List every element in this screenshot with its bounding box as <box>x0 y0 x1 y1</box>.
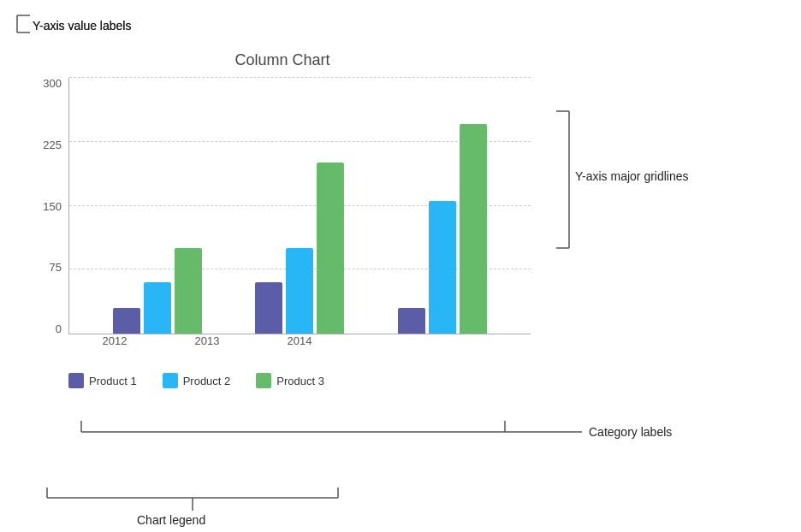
chart-inner: 300 225 150 75 0 <box>34 78 531 334</box>
y-axis-label-annotation-text: Y-axis value labels <box>33 19 131 33</box>
x-label-2012: 2012 <box>68 334 161 347</box>
legend-item-product2: Product 2 <box>163 373 231 388</box>
category-labels-annotation: Category labels <box>589 425 672 439</box>
legend-label-product1: Product 1 <box>89 375 137 387</box>
y-label-0: 0 <box>56 323 62 334</box>
plot-area <box>68 78 531 334</box>
legend-item-product3: Product 3 <box>256 373 324 388</box>
bar-2014-product3 <box>460 124 487 334</box>
x-axis-labels: 2012 2013 2014 <box>68 334 531 347</box>
y-axis-gridlines-annotation: Y-axis major gridlines <box>575 169 689 183</box>
y-axis-area: 300 225 150 75 0 <box>34 78 68 334</box>
bar-2012-product3 <box>175 248 202 334</box>
y-label-150: 150 <box>43 201 62 212</box>
x-label-2013: 2013 <box>161 334 253 347</box>
bar-group-2013 <box>255 163 344 334</box>
y-label-225: 225 <box>43 139 62 151</box>
legend-swatch-product3 <box>256 373 271 388</box>
x-label-2014: 2014 <box>253 334 346 347</box>
bar-2013-product3 <box>317 163 344 334</box>
chart-legend: Product 1 Product 2 Product 3 <box>68 373 531 388</box>
bar-2012-product1 <box>113 308 140 334</box>
bar-group-2012 <box>113 248 202 334</box>
bar-2014-product2 <box>429 201 456 334</box>
legend-label-product2: Product 2 <box>183 375 231 387</box>
bar-group-2014 <box>398 124 487 334</box>
legend-swatch-product2 <box>163 373 178 388</box>
page-container: Y-axis value labels Y-axis value labels … <box>0 0 801 532</box>
y-label-75: 75 <box>50 262 62 273</box>
bar-2013-product1 <box>255 282 282 334</box>
legend-item-product1: Product 1 <box>68 373 137 388</box>
chart-title: Column Chart <box>34 51 531 69</box>
legend-swatch-product1 <box>68 373 84 388</box>
bar-2012-product2 <box>144 282 171 334</box>
bar-2014-product1 <box>398 308 425 334</box>
y-label-300: 300 <box>43 78 62 89</box>
bar-groups <box>69 78 531 334</box>
chart-legend-annotation: Chart legend <box>137 513 205 527</box>
bar-2013-product2 <box>286 248 313 334</box>
chart-wrapper: Column Chart 300 225 150 75 0 <box>34 51 531 411</box>
legend-label-product3: Product 3 <box>276 375 324 387</box>
